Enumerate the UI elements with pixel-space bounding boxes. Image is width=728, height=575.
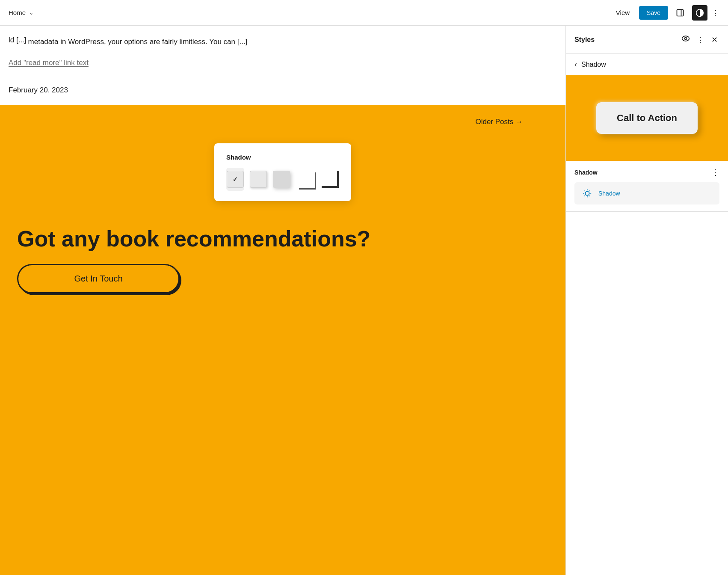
top-bar-right: View Save ⋮ [611, 5, 719, 21]
shadow-option-none[interactable]: ✓ [226, 168, 244, 191]
shadow-subheader: ‹ Shadow [566, 54, 728, 75]
shadow-option-large-inner[interactable] [296, 168, 316, 191]
back-arrow-button[interactable]: ‹ [574, 60, 577, 69]
home-label: Home [9, 9, 26, 16]
shadow-item-label: Shadow [598, 190, 620, 197]
panel-more-button[interactable]: ⋮ [695, 33, 706, 46]
shadow-options: ✓ [226, 168, 339, 191]
older-posts-row: Older Posts → [17, 118, 523, 126]
view-button[interactable]: View [611, 6, 635, 19]
content-row: ld [...] metadata in WordPress, your opt… [9, 36, 548, 48]
panel-close-button[interactable]: ✕ [710, 33, 719, 46]
shadow-picker-title: Shadow [226, 154, 339, 161]
shadow-section-more-button[interactable]: ⋮ [712, 168, 719, 177]
eye-icon [681, 34, 690, 43]
book-heading: Got any book recommendations? [17, 227, 548, 251]
sidebar-toggle-button[interactable] [672, 5, 688, 21]
shadow-option-large[interactable] [321, 168, 339, 191]
sun-icon [581, 187, 593, 199]
panel-title: Styles [574, 36, 595, 44]
canvas-top-section: ld [...] metadata in WordPress, your opt… [0, 26, 565, 105]
shadow-section-header: Shadow ⋮ [574, 168, 719, 177]
svg-rect-0 [677, 9, 684, 16]
sidebar-icon [676, 9, 684, 17]
get-in-touch-button[interactable]: Get In Touch [17, 264, 180, 293]
top-bar-left: Home ⌄ [9, 9, 33, 16]
top-bar: Home ⌄ View Save ⋮ [0, 0, 728, 26]
shadow-section: Shadow ⋮ Shad [566, 161, 728, 212]
svg-line-10 [585, 191, 585, 191]
svg-line-11 [589, 196, 590, 196]
shadow-option-medium[interactable] [272, 168, 290, 191]
cta-section: Got any book recommendations? Get In Tou… [17, 218, 548, 302]
chevron-down-icon: ⌄ [29, 10, 33, 16]
date-text: February 20, 2023 [9, 86, 68, 94]
right-panel: Styles ⋮ ✕ ‹ Shadow Call to Action [565, 26, 728, 575]
truncated-start: ld [...] [9, 36, 27, 48]
svg-point-4 [685, 38, 687, 40]
main-layout: ld [...] metadata in WordPress, your opt… [0, 0, 728, 575]
canvas-area: ld [...] metadata in WordPress, your opt… [0, 26, 565, 575]
preview-area: Call to Action [566, 75, 728, 161]
save-button[interactable]: Save [639, 6, 668, 20]
shadow-section-title: Shadow [574, 169, 598, 176]
orange-section: Older Posts → Shadow ✓ [0, 105, 565, 302]
preview-cta-button[interactable]: Call to Action [596, 102, 698, 134]
shadow-picker-popup: Shadow ✓ [214, 143, 351, 201]
panel-header-icons: ⋮ ✕ [680, 33, 719, 47]
svg-line-12 [585, 196, 585, 196]
read-more-wrapper: Add "read more" link text [9, 59, 548, 77]
panel-header: Styles ⋮ ✕ [566, 26, 728, 54]
style-toggle-button[interactable] [692, 5, 707, 21]
svg-point-3 [682, 36, 690, 41]
older-posts-link[interactable]: Older Posts → [475, 118, 523, 126]
svg-line-13 [589, 191, 590, 191]
eye-icon-button[interactable] [680, 33, 692, 47]
read-more-link[interactable]: Add "read more" link text [9, 59, 89, 67]
more-options-button[interactable]: ⋮ [712, 8, 719, 18]
shadow-subheader-title: Shadow [581, 61, 606, 68]
date-wrapper: February 20, 2023 [9, 86, 548, 95]
svg-point-5 [585, 191, 589, 195]
shadow-option-small[interactable] [249, 168, 267, 191]
paragraph-text: metadata in WordPress, your options are … [28, 36, 248, 48]
shadow-item[interactable]: Shadow [574, 182, 719, 205]
half-circle-icon [695, 9, 704, 17]
